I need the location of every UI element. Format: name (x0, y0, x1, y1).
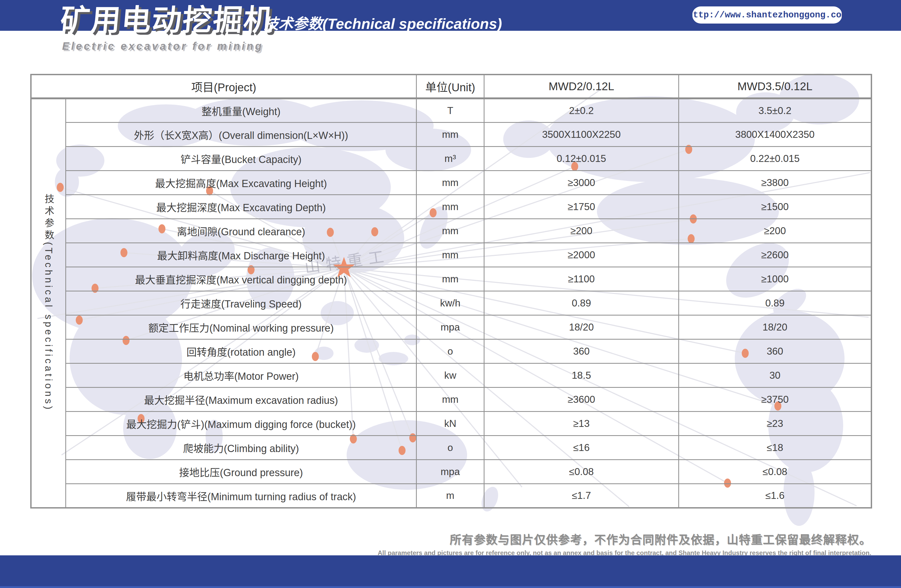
model2-value-cell: 360 (679, 339, 871, 363)
table-row: 接地比压(Ground pressure) mpa ≤0.08 ≤0.08 (31, 460, 871, 484)
model1-value-cell: ≤16 (484, 436, 679, 460)
unit-cell: mpa (416, 315, 484, 339)
unit-cell: kw (416, 363, 484, 388)
table-row: 额定工作压力(Nominal working pressure) mpa 18/… (31, 315, 871, 339)
bottom-footer-bar (0, 555, 901, 588)
table-row: 铲斗容量(Bucket Capacity) m³ 0.12±0.015 0.22… (31, 147, 871, 171)
unit-cell: mpa (416, 460, 484, 484)
model2-value-cell: ≥3750 (679, 388, 871, 412)
model1-value-cell: ≥200 (484, 219, 679, 243)
table-row: 外形（长X宽X高）(Overall dimension(L×W×H)) mm 3… (31, 123, 871, 147)
unit-cell: o (416, 436, 484, 460)
unit-cell: mm (416, 123, 484, 147)
model2-value-cell: ≥23 (679, 412, 871, 436)
spec-label-cell: 履带最小转弯半径(Minimum turning radius of track… (66, 484, 416, 508)
unit-cell: kw/h (416, 291, 484, 315)
unit-cell: mm (416, 267, 484, 291)
table-row: 爬坡能力(Climbing ability) o ≤16 ≤18 (31, 436, 871, 460)
model1-value-cell: 18.5 (484, 363, 679, 388)
table-row: 最大垂直挖掘深度(Max vertical dingging depth) mm… (31, 267, 871, 291)
website-url: Http://www.shantezhonggong.com (687, 10, 846, 20)
spec-label-cell: 外形（长X宽X高）(Overall dimension(L×W×H)) (66, 123, 416, 147)
spec-label-cell: 行走速度(Traveling Speed) (66, 291, 416, 315)
model2-value-cell: 3.5±0.2 (679, 98, 871, 123)
spec-label-cell: 爬坡能力(Climbing ability) (66, 436, 416, 460)
model1-value-cell: ≥1100 (484, 267, 679, 291)
model2-value-cell: ≥200 (679, 219, 871, 243)
model2-value-cell: 0.22±0.015 (679, 147, 871, 171)
model1-value-cell: ≥2000 (484, 243, 679, 267)
model2-value-cell: 18/20 (679, 315, 871, 339)
spec-label-cell: 最大卸料高度(Max Discharge Height) (66, 243, 416, 267)
unit-cell: mm (416, 195, 484, 219)
unit-cell: T (416, 98, 484, 123)
spec-label-cell: 额定工作压力(Nominal working pressure) (66, 315, 416, 339)
table-row: 回转角度(rotation angle) o 360 360 (31, 339, 871, 363)
model1-value-cell: ≥3000 (484, 171, 679, 195)
table-row: 最大挖掘深度(Max Excavating Depth) mm ≥1750 ≥1… (31, 195, 871, 219)
model2-value-cell: ≥3800 (679, 171, 871, 195)
project-column-header: 项目(Project) (31, 75, 416, 98)
model1-value-cell: ≥1750 (484, 195, 679, 219)
model2-value-cell: ≤18 (679, 436, 871, 460)
specifications-table: 项目(Project) 单位(Unit) MWD2/0.12L MWD3.5/0… (30, 74, 872, 508)
table-row: 最大挖掘力(铲斗)(Maximum digging force (bucket)… (31, 412, 871, 436)
disclaimer: 所有参数与图片仅供参考，不作为合同附件及依据，山特重工保留最终解释权。 All … (378, 530, 871, 557)
spec-label-cell: 回转角度(rotation angle) (66, 339, 416, 363)
unit-cell: o (416, 339, 484, 363)
model1-column-header: MWD2/0.12L (484, 75, 679, 98)
model1-value-cell: 3500X1100X2250 (484, 123, 679, 147)
model2-value-cell: ≤0.08 (679, 460, 871, 484)
table-row: 技术参数(Technical specifications) 整机重量(Weig… (31, 98, 871, 123)
table-header-row: 项目(Project) 单位(Unit) MWD2/0.12L MWD3.5/0… (31, 75, 871, 98)
model1-value-cell: ≤0.08 (484, 460, 679, 484)
footer-accent-strip (0, 586, 901, 588)
spec-label-cell: 最大挖掘深度(Max Excavating Depth) (66, 195, 416, 219)
unit-cell: kN (416, 412, 484, 436)
table-row: 最大挖掘高度(Max Excavating Height) mm ≥3000 ≥… (31, 171, 871, 195)
spec-label-cell: 离地间隙(Ground clearance) (66, 219, 416, 243)
unit-cell: m³ (416, 147, 484, 171)
model1-value-cell: ≥3600 (484, 388, 679, 412)
model2-value-cell: ≥1500 (679, 195, 871, 219)
model1-value-cell: 18/20 (484, 315, 679, 339)
spec-label-cell: 接地比压(Ground pressure) (66, 460, 416, 484)
model2-value-cell: ≥1000 (679, 267, 871, 291)
table-row: 电机总功率(Motor Power) kw 18.5 30 (31, 363, 871, 388)
table-row: 最大卸料高度(Max Discharge Height) mm ≥2000 ≥2… (31, 243, 871, 267)
model1-value-cell: 360 (484, 339, 679, 363)
disclaimer-text-zh: 所有参数与图片仅供参考，不作为合同附件及依据，山特重工保留最终解释权。 (378, 530, 871, 547)
model2-value-cell: 3800X1400X2350 (679, 123, 871, 147)
table-row: 离地间隙(Ground clearance) mm ≥200 ≥200 (31, 219, 871, 243)
model2-value-cell: ≤1.6 (679, 484, 871, 508)
logo-subtitle: Electric excavator for mining (62, 40, 263, 52)
spec-label-cell: 最大垂直挖掘深度(Max vertical dingging depth) (66, 267, 416, 291)
model2-value-cell: 30 (679, 363, 871, 388)
unit-cell: mm (416, 219, 484, 243)
model1-value-cell: 0.12±0.015 (484, 147, 679, 171)
spec-label-cell: 铲斗容量(Bucket Capacity) (66, 147, 416, 171)
website-url-pill[interactable]: Http://www.shantezhonggong.com (692, 6, 842, 23)
model1-value-cell: 2±0.2 (484, 98, 679, 123)
model2-column-header: MWD3.5/0.12L (679, 75, 871, 98)
logo-title: 矿用电动挖掘机 (59, 4, 276, 36)
model1-value-cell: ≥13 (484, 412, 679, 436)
page-title: 技术参数(Technical specifications) (263, 12, 502, 33)
unit-cell: mm (416, 388, 484, 412)
table-row: 行走速度(Traveling Speed) kw/h 0.89 0.89 (31, 291, 871, 315)
spec-label-cell: 最大挖掘高度(Max Excavating Height) (66, 171, 416, 195)
spec-label-cell: 最大挖掘力(铲斗)(Maximum digging force (bucket)… (66, 412, 416, 436)
spec-label-cell: 最大挖掘半径(Maximum excavation radius) (66, 388, 416, 412)
table-row: 最大挖掘半径(Maximum excavation radius) mm ≥36… (31, 388, 871, 412)
unit-cell: m (416, 484, 484, 508)
model1-value-cell: 0.89 (484, 291, 679, 315)
row-group-label: 技术参数(Technical specifications) (44, 194, 53, 412)
spec-label-cell: 整机重量(Weight) (66, 98, 416, 123)
unit-column-header: 单位(Unit) (416, 75, 484, 98)
row-group-cell: 技术参数(Technical specifications) (31, 98, 66, 508)
table-row: 履带最小转弯半径(Minimum turning radius of track… (31, 484, 871, 508)
model2-value-cell: ≥2600 (679, 243, 871, 267)
model2-value-cell: 0.89 (679, 291, 871, 315)
spec-label-cell: 电机总功率(Motor Power) (66, 363, 416, 388)
unit-cell: mm (416, 243, 484, 267)
